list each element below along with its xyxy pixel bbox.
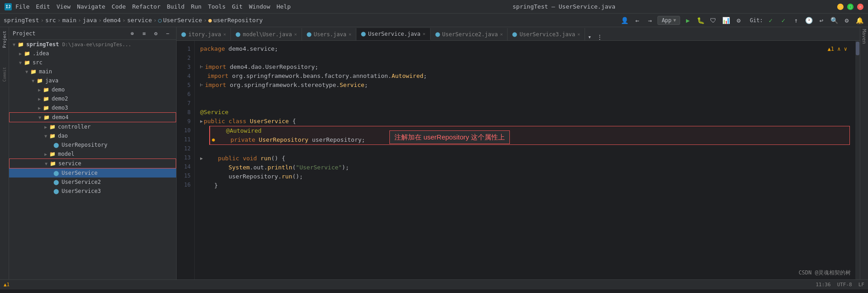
tab-userservice2[interactable]: ⬤ UserService2.java ✕ — [431, 28, 508, 40]
breadcrumb-main[interactable]: main — [62, 17, 76, 24]
run-button[interactable]: ▶ — [683, 15, 693, 25]
menu-code[interactable]: Code — [112, 3, 126, 10]
debug-button[interactable]: 🐛 — [695, 15, 705, 25]
menu-run[interactable]: Run — [191, 3, 201, 10]
status-warning[interactable]: ▲1 — [4, 282, 10, 288]
git-update-icon[interactable]: ✓ — [766, 15, 776, 25]
breadcrumb-service[interactable]: service — [127, 17, 152, 24]
tab-userservice-close[interactable]: ✕ — [423, 31, 426, 36]
tab-user-close[interactable]: ✕ — [294, 32, 297, 37]
tree-item-model[interactable]: ▶ 📁 model — [9, 149, 176, 159]
tree-arrow-src: ▼ — [17, 60, 24, 65]
undo-icon[interactable]: ↩ — [816, 15, 826, 25]
code-area[interactable]: ▲1 ∧ ∨ package demo4.service; ⊢import de… — [195, 41, 855, 279]
breadcrumb-userservice[interactable]: UserService — [163, 17, 202, 24]
run-config-selector[interactable]: App ▼ — [657, 16, 680, 25]
profile-button[interactable]: 📊 — [721, 15, 731, 25]
maximize-button[interactable]: □ — [847, 4, 854, 10]
git-push-icon[interactable]: ↑ — [791, 15, 801, 25]
panel-settings-icon[interactable]: ⚙ — [151, 29, 161, 38]
tab-userservice3[interactable]: ⬤ UserService3.java ✕ — [508, 28, 585, 40]
tree-item-demo3[interactable]: ▶ 📁 demo3 — [9, 103, 176, 112]
menu-tools[interactable]: Tools — [208, 3, 225, 10]
coverage-button[interactable]: 🛡 — [708, 15, 718, 25]
menu-git[interactable]: Git — [232, 3, 242, 10]
menu-build[interactable]: Build — [167, 3, 185, 10]
close-button[interactable]: ✕ — [857, 4, 863, 10]
breadcrumb-src[interactable]: src — [45, 17, 56, 24]
menu-file[interactable]: File — [15, 3, 29, 10]
tree-item-dao[interactable]: ▼ 📁 dao — [9, 131, 176, 140]
breadcrumb-springtest[interactable]: springTest — [4, 17, 39, 24]
project-side-icon[interactable]: Project — [2, 31, 7, 48]
navigate-back-icon[interactable]: ← — [632, 15, 642, 25]
tree-item-userservice3[interactable]: ⬤ UserService3 — [9, 187, 176, 196]
commit-side-icon[interactable]: Commit — [2, 67, 7, 82]
notifications-icon[interactable]: 🔔 — [854, 15, 864, 25]
tab-userservice3-close[interactable]: ✕ — [577, 32, 580, 37]
vcs-icon[interactable]: 👤 — [619, 15, 629, 25]
breadcrumb-demo4[interactable]: demo4 — [103, 17, 121, 24]
status-encoding[interactable]: UTF-8 — [837, 282, 852, 288]
menu-refactor[interactable]: Refactor — [132, 3, 161, 10]
run-config-dropdown-icon[interactable]: ▼ — [673, 18, 676, 23]
tree-item-demo[interactable]: ▶ 📁 demo — [9, 85, 176, 94]
navigate-forward-icon[interactable]: → — [645, 15, 655, 25]
tree-item-userrepository[interactable]: ⬤ UserRepository — [9, 140, 176, 149]
panel-close-icon[interactable]: − — [163, 29, 173, 38]
tab-users[interactable]: ⬤ Users.java ✕ — [302, 28, 356, 40]
tree-label-idea: .idea — [33, 50, 49, 57]
window-controls[interactable]: − □ ✕ — [837, 4, 863, 10]
project-tree[interactable]: ▼ 📁 springTest D:\java-ee\springTes... ▶… — [9, 40, 176, 279]
tree-item-service[interactable]: ▼ 📁 service — [9, 159, 176, 168]
tab-userservice2-close[interactable]: ✕ — [500, 32, 503, 37]
tree-arrow-dao: ▼ — [43, 134, 49, 139]
tree-item-src[interactable]: ▼ 📁 src — [9, 58, 176, 67]
editor-scrollbar[interactable] — [855, 41, 860, 279]
tree-arrow-idea: ▶ — [17, 51, 24, 56]
search-icon[interactable]: 🔍 — [829, 15, 839, 25]
tab-userservice3-label: UserService3.java — [519, 31, 575, 38]
menu-help[interactable]: Help — [277, 3, 291, 10]
tree-item-controller[interactable]: ▶ 📁 controller — [9, 122, 176, 131]
tab-users-label: Users.java — [314, 31, 346, 38]
tree-label-controller: controller — [58, 124, 91, 130]
breadcrumb-userrepo-icon: ● — [208, 17, 212, 24]
tree-item-idea[interactable]: ▶ 📁 .idea — [9, 49, 176, 58]
menu-navigate[interactable]: Navigate — [77, 3, 106, 10]
tab-itory-close[interactable]: ✕ — [223, 32, 226, 37]
maven-label[interactable]: Maven — [861, 29, 867, 44]
status-lineending[interactable]: LF — [858, 282, 864, 288]
menu-window[interactable]: Window — [249, 3, 270, 10]
panel-collapse-icon[interactable]: ≡ — [139, 29, 149, 38]
breadcrumb-java[interactable]: java — [83, 17, 97, 24]
tab-userservice-label: UserService.java — [368, 31, 421, 37]
tab-users-close[interactable]: ✕ — [349, 32, 351, 37]
tab-menu[interactable]: ⋮ — [594, 34, 605, 40]
tree-item-demo4[interactable]: ▼ 📁 demo4 — [9, 112, 176, 122]
breadcrumb-userrepository[interactable]: userRepository — [213, 17, 263, 24]
tree-item-java[interactable]: ▼ 📁 java — [9, 76, 176, 85]
tab-userservice[interactable]: ⬤ UserService.java ✕ — [356, 28, 431, 40]
git-history-icon[interactable]: 🕐 — [804, 15, 814, 25]
menu-bar[interactable]: File Edit View Navigate Code Refactor Bu… — [15, 3, 291, 10]
minimize-button[interactable]: − — [837, 4, 844, 10]
tree-item-demo2[interactable]: ▶ 📁 demo2 — [9, 94, 176, 103]
panel-scope-icon[interactable]: ⊕ — [127, 29, 137, 38]
tab-itory[interactable]: ⬤ itory.java ✕ — [177, 28, 231, 40]
tree-item-userservice2[interactable]: ⬤ UserService2 — [9, 178, 176, 187]
tree-item-userservice[interactable]: ⬤ UserService — [9, 168, 176, 178]
menu-edit[interactable]: Edit — [36, 3, 50, 10]
tab-more[interactable]: ▾ — [585, 34, 594, 40]
git-commit-icon[interactable]: ✓ — [778, 15, 788, 25]
annotation-text: 注解加在 userRepository 这个属性上 — [394, 133, 505, 141]
folder-icon-java: 📁 — [36, 77, 43, 84]
menu-view[interactable]: View — [57, 3, 71, 10]
maven-panel[interactable]: Maven — [860, 27, 868, 279]
tab-itory-label: itory.java — [188, 31, 221, 38]
settings-button[interactable]: ⚙ — [734, 15, 743, 25]
tree-item-springtest[interactable]: ▼ 📁 springTest D:\java-ee\springTes... — [9, 40, 176, 49]
tree-item-main[interactable]: ▼ 📁 main — [9, 67, 176, 76]
tab-user[interactable]: ⬤ model\User.java ✕ — [231, 28, 302, 40]
settings2-icon[interactable]: ⚙ — [842, 15, 852, 25]
